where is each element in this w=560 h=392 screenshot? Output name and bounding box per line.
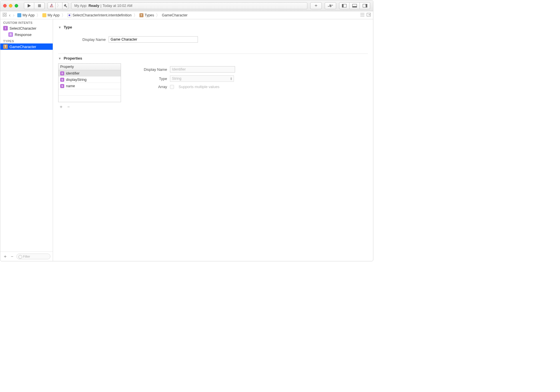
detail-type-select[interactable]: String ▴▾ [170,75,234,82]
folder-icon [42,13,46,17]
svg-rect-0 [38,4,41,7]
types-header: TYPES [0,38,53,43]
sidebar-item-intent[interactable]: I SelectCharacter [0,25,53,31]
property-remove-button[interactable]: － [66,104,71,110]
detail-display-name-input[interactable] [170,66,235,73]
type-section-header[interactable]: ▼ Type [58,25,368,29]
string-badge-icon: S [60,84,64,88]
svg-rect-10 [3,15,4,16]
intent-navigator: CUSTOM INTENTS I SelectCharacter R Respo… [0,19,53,261]
type-section-title: Type [64,25,72,29]
breadcrumbs[interactable]: My App 〉 My App 〉 SelectCharacterIntent.… [17,13,188,17]
string-badge-icon: S [60,78,64,82]
svg-rect-4 [352,6,357,7]
back-button[interactable]: ‹ [9,12,11,18]
disclosure-icon: ▼ [58,26,61,29]
status-sep: | [101,4,101,8]
property-row-empty [58,96,121,102]
svg-rect-9 [5,13,6,14]
run-button[interactable] [24,2,34,9]
panel-toggles [339,2,370,9]
svg-rect-7 [366,4,367,7]
properties-section-title: Properties [64,56,82,60]
intent-badge-icon: I [3,26,8,31]
intentdef-icon [67,13,71,17]
svg-rect-8 [3,13,4,14]
related-items-icon[interactable] [3,13,7,18]
property-name: displayString [66,78,87,82]
svg-rect-2 [342,4,344,7]
property-detail: Display Name Type String ▴▾ Array Suppor [133,63,368,91]
property-row-identifier[interactable]: S identifier [58,70,121,77]
left-panel-toggle[interactable] [339,2,349,9]
properties-section-header[interactable]: ▼ Properties [58,56,368,60]
scheme-selector[interactable]: 〉 [48,2,68,9]
activity-status: My App: Ready | Today at 10:02 AM [71,2,307,9]
window-controls [3,4,18,7]
crumb-project: My App [22,13,35,17]
add-editor-icon[interactable] [367,13,371,17]
project-icon [17,13,21,17]
svg-rect-11 [5,15,6,16]
crumb-types: Types [145,13,154,17]
hammer-icon [64,4,67,7]
bottom-panel-toggle[interactable] [349,2,360,9]
property-table: Property S identifier S displayString S … [58,63,121,102]
sidebar-item-gamecharacter[interactable]: T GameCharacter [0,43,53,50]
sidebar-response-label: Response [15,33,32,37]
property-row-displaystring[interactable]: S displayString [58,77,121,83]
detail-type-label: Type [133,77,167,81]
zoom-window-button[interactable] [15,4,18,7]
swap-arrows-icon [328,4,333,7]
toolbar: 〉 My App: Ready | Today at 10:02 AM ＋ [0,0,373,11]
property-row-empty [58,89,121,96]
type-badge-icon: T [3,44,8,49]
detail-display-name-label: Display Name [133,67,167,72]
sidebar-remove-button[interactable]: － [10,254,15,259]
sidebar-add-button[interactable]: ＋ [3,254,8,259]
status-app: My App: [74,4,87,8]
add-button[interactable]: ＋ [310,2,322,9]
property-column-header[interactable]: Property [58,64,121,70]
status-time: Today at 10:02 AM [103,4,133,8]
filter-placeholder: Filter [23,255,30,258]
status-state: Ready [88,4,99,8]
disclosure-icon: ▼ [58,57,61,60]
jump-bar: ‹ › My App 〉 My App 〉 SelectCharacterInt… [0,11,373,19]
close-window-button[interactable] [3,4,7,7]
detail-array-checkbox[interactable] [170,85,174,89]
crumb-file: SelectCharacterIntent.intentdefinition [73,13,132,17]
custom-intents-header: CUSTOM INTENTS [0,19,53,25]
display-name-input[interactable] [109,36,198,43]
forward-button[interactable]: › [13,12,15,18]
right-panel-toggle[interactable] [360,2,370,9]
code-review-button[interactable] [325,2,336,9]
select-chevrons-icon: ▴▾ [230,77,232,80]
property-add-button[interactable]: ＋ [59,104,63,110]
sidebar-type-label: GameCharacter [10,45,36,49]
type-icon: T [139,13,143,17]
type-editor: ▼ Type Display Name ▼ Properties Propert… [53,19,373,261]
sidebar-item-response[interactable]: R Response [0,31,53,38]
crumb-item: GameCharacter [162,13,188,17]
sidebar-intent-label: SelectCharacter [10,26,36,31]
minimize-window-button[interactable] [9,4,12,7]
detail-array-text: Supports multiple values [179,85,220,89]
detail-type-value: String [172,77,181,81]
property-name: name [66,84,75,88]
property-name: identifier [66,71,80,75]
crumb-folder: My App [48,13,60,17]
string-badge-icon: S [60,71,64,75]
filter-field[interactable]: Filter [16,254,50,259]
run-stop-group [24,2,45,9]
document-items-icon[interactable] [360,13,364,17]
sidebar-footer: ＋ － Filter [0,252,53,261]
stop-button[interactable] [34,2,45,9]
display-name-label: Display Name [58,37,106,42]
detail-array-label: Array [133,85,167,89]
property-row-name[interactable]: S name [58,83,121,89]
response-badge-icon: R [8,32,13,37]
scheme-app-icon [50,4,54,8]
